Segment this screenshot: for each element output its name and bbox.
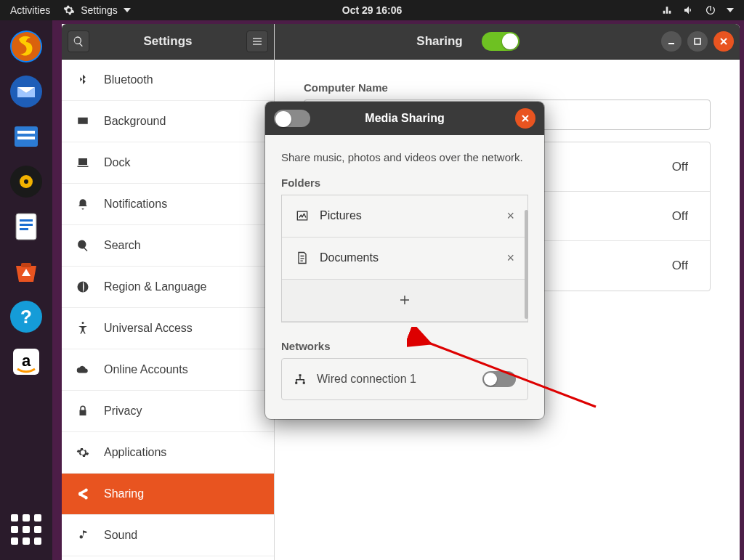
sidebar-item-search[interactable]: Search xyxy=(62,225,274,267)
sidebar-item-label: Privacy xyxy=(104,405,142,418)
close-icon xyxy=(521,114,530,123)
share-icon xyxy=(75,487,91,500)
folder-row-documents[interactable]: Documents× xyxy=(282,238,527,280)
close-icon xyxy=(719,37,728,46)
svg-rect-12 xyxy=(21,263,31,267)
sidebar-item-label: Bluetooth xyxy=(104,73,153,86)
content-headerbar: Sharing xyxy=(275,24,740,60)
svg-rect-3 xyxy=(17,131,35,134)
screen: Activities Settings Oct 29 16:06 ? a xyxy=(0,0,744,560)
dock-app-software[interactable] xyxy=(6,251,46,292)
minimize-icon xyxy=(667,37,676,46)
sidebar-headerbar: Settings xyxy=(62,24,274,60)
folders-heading: Folders xyxy=(281,176,528,189)
chevron-down-icon xyxy=(124,8,131,12)
sidebar-item-region-language[interactable]: Region & Language xyxy=(62,267,274,308)
sidebar-item-privacy[interactable]: Privacy xyxy=(62,391,274,432)
window-minimize-button[interactable] xyxy=(661,31,682,52)
remove-folder-button[interactable]: × xyxy=(506,251,514,266)
app-menu-label: Settings xyxy=(81,4,118,16)
volume-icon[interactable] xyxy=(683,4,695,16)
svg-point-7 xyxy=(24,179,28,184)
folder-name: Documents xyxy=(320,251,379,264)
clock[interactable]: Oct 29 16:06 xyxy=(342,4,403,16)
sidebar-item-bluetooth[interactable]: Bluetooth xyxy=(62,60,274,101)
search-button[interactable] xyxy=(68,31,89,52)
sidebar-item-applications[interactable]: Applications xyxy=(62,432,274,474)
power-icon[interactable] xyxy=(705,4,716,16)
networks-list: Wired connection 1 xyxy=(281,358,528,400)
picture-icon xyxy=(295,208,310,223)
sidebar-item-online-accounts[interactable]: Online Accounts xyxy=(62,349,274,391)
activities-button[interactable]: Activities xyxy=(10,4,50,16)
media-sharing-dialog: Media Sharing Share music, photos and vi… xyxy=(265,102,544,419)
row-state: Off xyxy=(672,160,688,174)
sidebar-item-label: Online Accounts xyxy=(104,363,188,376)
sidebar-item-label: Universal Access xyxy=(104,322,193,335)
bluetooth-icon xyxy=(75,73,91,86)
sidebar-item-notifications[interactable]: Notifications xyxy=(62,184,274,225)
hamburger-button[interactable] xyxy=(246,31,268,52)
dialog-headerbar: Media Sharing xyxy=(265,102,544,135)
gear-icon xyxy=(75,446,91,459)
dialog-description: Share music, photos and videos over the … xyxy=(281,150,528,166)
row-state: Off xyxy=(672,209,688,224)
window-maximize-button[interactable] xyxy=(687,31,708,52)
folder-name: Pictures xyxy=(320,209,362,222)
settings-sidebar: Settings BluetoothBackgroundDockNotifica… xyxy=(62,24,275,560)
remove-folder-button[interactable]: × xyxy=(506,208,514,224)
svg-rect-19 xyxy=(253,44,262,44)
svg-rect-28 xyxy=(303,381,305,384)
cloud-icon xyxy=(75,363,91,376)
dialog-title: Media Sharing xyxy=(365,112,444,125)
sidebar-item-background[interactable]: Background xyxy=(62,101,274,142)
bell-icon xyxy=(75,198,91,211)
media-sharing-toggle[interactable] xyxy=(274,110,310,127)
row-state: Off xyxy=(672,259,688,273)
network-icon[interactable] xyxy=(661,4,673,16)
accessibility-icon xyxy=(75,322,91,335)
sidebar-item-dock[interactable]: Dock xyxy=(62,142,274,184)
network-toggle[interactable] xyxy=(482,371,516,387)
plus-icon xyxy=(398,293,411,307)
dock-icon xyxy=(75,156,91,169)
search-icon xyxy=(75,239,91,252)
dock-app-libreoffice[interactable] xyxy=(6,206,46,247)
document-icon xyxy=(295,251,310,265)
svg-rect-20 xyxy=(668,43,674,44)
sidebar-item-label: Search xyxy=(104,239,141,252)
note-icon xyxy=(75,529,91,542)
content-title: Sharing xyxy=(416,34,462,49)
wired-network-icon xyxy=(294,373,307,386)
ubuntu-dock: ? a xyxy=(0,20,52,560)
add-folder-button[interactable] xyxy=(282,280,527,322)
sidebar-item-label: Dock xyxy=(104,156,130,169)
svg-text:?: ? xyxy=(20,306,32,328)
sidebar-item-label: Notifications xyxy=(104,198,167,211)
folder-row-pictures[interactable]: Pictures× xyxy=(282,195,527,238)
gnome-topbar: Activities Settings Oct 29 16:06 xyxy=(0,0,744,20)
dialog-close-button[interactable] xyxy=(515,108,535,129)
network-row: Wired connection 1 xyxy=(282,359,527,399)
dock-app-thunderbird[interactable] xyxy=(6,71,46,112)
system-menu-chevron-icon[interactable] xyxy=(727,8,734,12)
dock-app-firefox[interactable] xyxy=(6,26,46,67)
window-close-button[interactable] xyxy=(713,31,734,52)
dock-app-amazon[interactable]: a xyxy=(6,341,46,382)
sidebar-item-label: Background xyxy=(104,115,166,128)
sidebar-item-universal-access[interactable]: Universal Access xyxy=(62,308,274,349)
folders-list: Pictures×Documents× xyxy=(281,195,528,322)
globe-icon xyxy=(75,280,91,293)
hamburger-icon xyxy=(251,36,263,47)
sharing-master-toggle[interactable] xyxy=(482,32,519,51)
svg-rect-18 xyxy=(253,41,262,41)
sidebar-item-label: Applications xyxy=(104,446,166,459)
dock-app-help[interactable]: ? xyxy=(6,296,46,337)
dock-app-files[interactable] xyxy=(6,116,46,157)
sidebar-item-sharing[interactable]: Sharing xyxy=(62,474,274,515)
dock-app-rhythmbox[interactable] xyxy=(6,161,46,202)
dock-show-applications[interactable] xyxy=(6,509,46,550)
svg-rect-9 xyxy=(20,219,33,222)
sidebar-item-sound[interactable]: Sound xyxy=(62,515,274,556)
app-menu[interactable]: Settings xyxy=(63,4,131,16)
